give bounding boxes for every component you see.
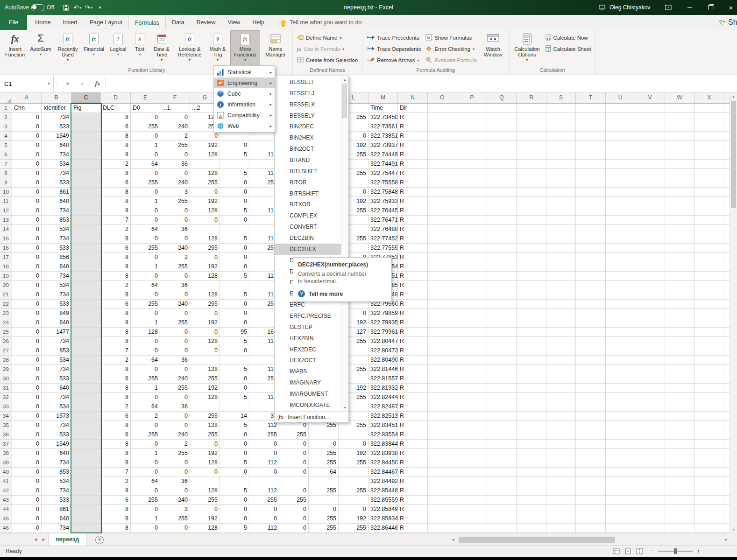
cell-U4[interactable] xyxy=(606,132,635,141)
cell-U20[interactable] xyxy=(606,281,635,290)
cell-R9[interactable] xyxy=(517,178,546,188)
cell-X16[interactable] xyxy=(694,244,724,253)
cell-H27[interactable]: 0 xyxy=(220,346,249,356)
cell-T43[interactable] xyxy=(576,496,606,505)
cell-Q4[interactable] xyxy=(487,132,517,141)
cell-W34[interactable] xyxy=(665,412,694,421)
cell-F3[interactable]: 240 xyxy=(160,122,190,132)
cell-E40[interactable]: 0 xyxy=(131,468,160,477)
cell-E13[interactable]: 0 xyxy=(131,216,160,225)
cell-S22[interactable] xyxy=(546,300,576,309)
cell-Q20[interactable] xyxy=(487,281,517,290)
cell-S8[interactable] xyxy=(546,169,576,178)
cell-S28[interactable] xyxy=(546,356,576,365)
cell-G17[interactable]: 0 xyxy=(190,253,220,262)
cell-F28[interactable]: 36 xyxy=(160,356,190,365)
cell-V30[interactable] xyxy=(635,374,665,384)
scroll-down-icon[interactable]: ▼ xyxy=(730,525,737,533)
cell-X11[interactable] xyxy=(694,197,724,206)
cell-D1[interactable]: DLC xyxy=(101,104,131,113)
cell-V23[interactable] xyxy=(635,309,665,318)
cell-R6[interactable] xyxy=(517,150,546,160)
cell-U17[interactable] xyxy=(606,253,635,262)
cell-X17[interactable] xyxy=(694,253,724,262)
cell-W2[interactable] xyxy=(665,113,694,122)
cell-E24[interactable]: 1 xyxy=(131,318,160,328)
cell-E5[interactable]: 1 xyxy=(131,141,160,150)
cell-M4[interactable]: 322.73851 xyxy=(368,132,398,141)
cell-R15[interactable] xyxy=(517,234,546,244)
cell-F43[interactable]: 240 xyxy=(160,496,190,505)
cell-M26[interactable]: 322.80447 xyxy=(368,337,398,346)
cell-J40[interactable]: 0 xyxy=(279,468,309,477)
cell-B43[interactable]: 533 xyxy=(42,496,71,505)
cell-G41[interactable] xyxy=(190,477,220,486)
ribbon-button-trace-precedents[interactable]: Trace Precedents xyxy=(365,33,423,43)
cell-T1[interactable] xyxy=(576,104,606,113)
cell-R31[interactable] xyxy=(517,384,546,393)
menu-item-imargument[interactable]: IMARGUMENT xyxy=(275,388,341,399)
cell-G18[interactable]: 192 xyxy=(190,262,220,272)
menu-item-bin2hex[interactable]: BIN2HEX xyxy=(275,132,341,143)
menu-item-bin2dec[interactable]: BIN2DEC xyxy=(275,121,341,132)
cell-R43[interactable] xyxy=(517,496,546,505)
cell-X12[interactable] xyxy=(694,206,724,216)
cell-D30[interactable]: 6 xyxy=(101,374,131,384)
cell-Q26[interactable] xyxy=(487,337,517,346)
cell-B7[interactable]: 534 xyxy=(42,160,71,169)
cell-D26[interactable]: 8 xyxy=(101,337,131,346)
cell-C17[interactable] xyxy=(71,253,101,262)
cell-Q32[interactable] xyxy=(487,393,517,402)
cell-V29[interactable] xyxy=(635,365,665,374)
cell-R28[interactable] xyxy=(517,356,546,365)
cell-P36[interactable] xyxy=(457,430,487,440)
cell-R46[interactable] xyxy=(517,524,546,533)
cell-W36[interactable] xyxy=(665,430,694,440)
cell-X33[interactable] xyxy=(694,402,724,412)
cell-S21[interactable] xyxy=(546,290,576,300)
cell-J45[interactable]: 0 xyxy=(279,514,309,524)
cell-U26[interactable] xyxy=(606,337,635,346)
cell-R21[interactable] xyxy=(517,290,546,300)
cell-A21[interactable]: 0 xyxy=(12,290,42,300)
cell-T22[interactable] xyxy=(576,300,606,309)
cell-H26[interactable]: 5 xyxy=(220,337,249,346)
cell-U42[interactable] xyxy=(606,486,635,496)
cell-F37[interactable]: 2 xyxy=(160,440,190,449)
cell-M44[interactable]: 322.85849 xyxy=(368,505,398,514)
menu-item-hex2oct[interactable]: HEX2OCT xyxy=(275,355,341,366)
cell-F12[interactable]: 0 xyxy=(160,206,190,216)
cell-E38[interactable]: 1 xyxy=(131,449,160,458)
cell-N24[interactable]: R xyxy=(398,318,428,328)
cell-U32[interactable] xyxy=(606,393,635,402)
cell-X5[interactable] xyxy=(694,141,724,150)
cell-R24[interactable] xyxy=(517,318,546,328)
cell-R29[interactable] xyxy=(517,365,546,374)
cell-X41[interactable] xyxy=(694,477,724,486)
cell-B25[interactable]: 1477 xyxy=(42,328,71,337)
cell-L43[interactable] xyxy=(339,496,368,505)
cell-G45[interactable]: 192 xyxy=(190,514,220,524)
cell-D13[interactable]: 7 xyxy=(101,216,131,225)
cell-O25[interactable] xyxy=(428,328,457,337)
row-header-24[interactable]: 24 xyxy=(0,318,12,328)
cell-H6[interactable]: 5 xyxy=(220,150,249,160)
cell-A16[interactable]: 0 xyxy=(12,244,42,253)
cell-E37[interactable]: 0 xyxy=(131,440,160,449)
cell-T11[interactable] xyxy=(576,197,606,206)
cell-A39[interactable]: 0 xyxy=(12,458,42,468)
cell-Q10[interactable] xyxy=(487,188,517,197)
cell-U6[interactable] xyxy=(606,150,635,160)
cell-T4[interactable] xyxy=(576,132,606,141)
cell-S19[interactable] xyxy=(546,272,576,281)
cell-L40[interactable] xyxy=(339,468,368,477)
tab-home[interactable]: Home xyxy=(29,15,57,30)
cell-D38[interactable]: 8 xyxy=(101,449,131,458)
cell-T39[interactable] xyxy=(576,458,606,468)
cell-P43[interactable] xyxy=(457,496,487,505)
cell-P29[interactable] xyxy=(457,365,487,374)
cell-H8[interactable]: 5 xyxy=(220,169,249,178)
cell-B23[interactable]: 849 xyxy=(42,309,71,318)
cell-B41[interactable]: 534 xyxy=(42,477,71,486)
row-header-41[interactable]: 41 xyxy=(0,477,12,486)
